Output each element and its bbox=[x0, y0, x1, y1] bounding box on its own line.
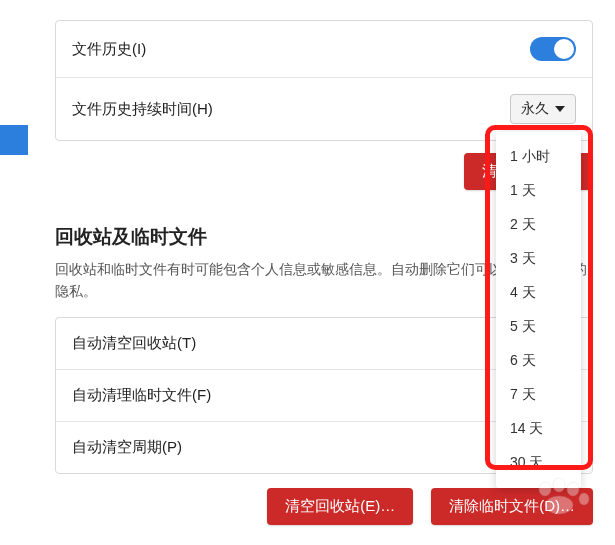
empty-trash-button[interactable]: 清空回收站(E)… bbox=[267, 488, 413, 525]
chevron-down-icon bbox=[555, 106, 565, 112]
dropdown-item[interactable]: 1 天 bbox=[496, 174, 581, 208]
duration-select-value: 永久 bbox=[521, 100, 549, 118]
auto-period-label: 自动清空周期(P) bbox=[72, 438, 182, 457]
dropdown-item[interactable]: 1 小时 bbox=[496, 140, 581, 174]
auto-clear-temp-label: 自动清理临时文件(F) bbox=[72, 386, 211, 405]
file-history-duration-row: 文件历史持续时间(H) 永久 bbox=[56, 77, 592, 140]
duration-select[interactable]: 永久 bbox=[510, 94, 576, 124]
dropdown-item[interactable]: 14 天 bbox=[496, 412, 581, 446]
auto-empty-trash-label: 自动清空回收站(T) bbox=[72, 334, 196, 353]
dropdown-item[interactable]: 7 天 bbox=[496, 378, 581, 412]
dropdown-item[interactable]: 2 天 bbox=[496, 208, 581, 242]
duration-dropdown: 1 小时 1 天 2 天 3 天 4 天 5 天 6 天 7 天 14 天 30… bbox=[496, 132, 581, 488]
file-history-duration-label: 文件历史持续时间(H) bbox=[72, 100, 213, 119]
file-history-panel: 文件历史(I) 文件历史持续时间(H) 永久 bbox=[55, 20, 593, 141]
dropdown-item[interactable]: 6 天 bbox=[496, 344, 581, 378]
file-history-row: 文件历史(I) bbox=[56, 21, 592, 77]
clear-temp-button[interactable]: 清除临时文件(D)… bbox=[431, 488, 593, 525]
trash-action-row: 清空回收站(E)… 清除临时文件(D)… bbox=[55, 488, 593, 525]
dropdown-item[interactable]: 4 天 bbox=[496, 276, 581, 310]
dropdown-item[interactable]: 5 天 bbox=[496, 310, 581, 344]
sidebar-active-indicator bbox=[0, 125, 28, 155]
dropdown-item[interactable]: 30 天 bbox=[496, 446, 581, 480]
file-history-toggle[interactable] bbox=[530, 37, 576, 61]
file-history-label: 文件历史(I) bbox=[72, 40, 146, 59]
dropdown-item[interactable]: 3 天 bbox=[496, 242, 581, 276]
